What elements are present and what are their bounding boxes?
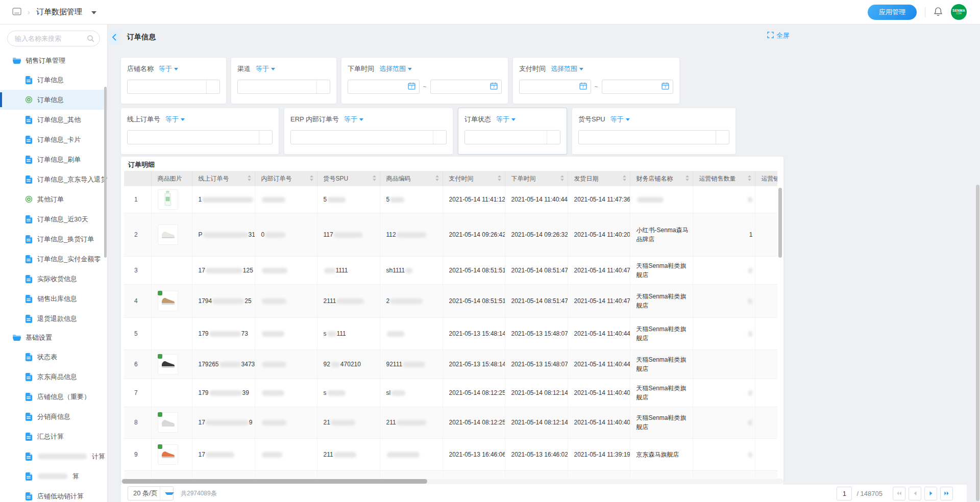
filter-operator[interactable]: 选择范围 bbox=[379, 64, 412, 73]
date-input[interactable]: 7 bbox=[430, 80, 502, 94]
column-header-内部订单号[interactable]: 内部订单号 bbox=[255, 171, 317, 186]
sort-icon[interactable] bbox=[747, 174, 752, 183]
sidebar-item[interactable]: 订单信息_近30天 bbox=[0, 209, 107, 229]
sidebar-item[interactable]: 订单信息_实付金额零 bbox=[0, 249, 107, 269]
sidebar-item[interactable]: 退货退款信息 bbox=[0, 309, 107, 329]
back-button[interactable] bbox=[109, 31, 119, 44]
sidebar-item[interactable]: 汇总计算 bbox=[0, 426, 107, 446]
sales-amount-cell bbox=[755, 256, 777, 284]
filter-select[interactable] bbox=[578, 130, 729, 144]
sort-icon[interactable] bbox=[247, 174, 252, 183]
table-row[interactable]: 9172112021-05-13 16:46:062021-05-13 16:4… bbox=[124, 438, 777, 470]
sidebar-item[interactable]: 订单信息_刷单 bbox=[0, 149, 107, 169]
sort-icon[interactable] bbox=[309, 174, 314, 183]
avatar[interactable]: SENMA COM bbox=[951, 4, 967, 20]
product-image[interactable] bbox=[158, 354, 178, 374]
last-page-button[interactable] bbox=[940, 487, 953, 500]
sidebar-item[interactable]: 订单信息_换货订单 bbox=[0, 229, 107, 249]
table-row[interactable]: 8179212112021-05-14 08:12:252021-05-14 0… bbox=[124, 407, 777, 438]
product-image[interactable] bbox=[158, 189, 178, 210]
sidebar-item[interactable]: 分销商信息 bbox=[0, 407, 107, 426]
filter-select[interactable] bbox=[127, 80, 220, 94]
sort-icon[interactable] bbox=[685, 174, 690, 183]
product-image[interactable] bbox=[158, 224, 178, 245]
product-image[interactable] bbox=[158, 444, 178, 465]
column-header-财务店铺名称[interactable]: 财务店铺名称 bbox=[630, 171, 693, 186]
spu-cell: 2111 bbox=[317, 284, 380, 317]
product-image[interactable] bbox=[158, 291, 178, 311]
column-header-运营销售金额[interactable]: 运营销售金额 bbox=[755, 171, 777, 186]
filter-label: 渠道 bbox=[237, 64, 251, 73]
sidebar-item[interactable]: 订单信息_其他 bbox=[0, 110, 107, 130]
sidebar-item[interactable]: 状态表 bbox=[0, 347, 107, 367]
sidebar-item[interactable]: 京东商品信息 bbox=[0, 367, 107, 387]
table-row[interactable]: 6179265347392470210921112021-05-13 15:48… bbox=[124, 349, 777, 379]
sort-icon[interactable] bbox=[372, 174, 377, 183]
date-input[interactable]: 7 bbox=[602, 80, 674, 94]
sidebar-item[interactable]: 店铺低动销计算 bbox=[0, 486, 107, 502]
filter-operator[interactable]: 等于 bbox=[496, 115, 516, 124]
sidebar-scrollbar[interactable] bbox=[104, 87, 107, 258]
product-image[interactable] bbox=[158, 412, 178, 433]
column-header-发货日期[interactable]: 发货日期 bbox=[568, 171, 630, 186]
current-page-input[interactable] bbox=[837, 487, 852, 500]
table-row[interactable]: 11552021-05-14 11:41:122021-05-14 11:40:… bbox=[124, 186, 777, 213]
filter-operator[interactable]: 等于 bbox=[165, 115, 185, 124]
table-row[interactable]: 517973s1112021-05-13 15:48:142021-05-13 … bbox=[124, 317, 777, 349]
column-header-下单时间[interactable]: 下单时间 bbox=[505, 171, 568, 186]
sidebar-item[interactable]: 订单信息 bbox=[0, 90, 107, 110]
sidebar-group-1[interactable]: 销售订单管理 bbox=[0, 52, 107, 70]
sidebar-item[interactable]: 计算 bbox=[0, 446, 107, 466]
sidebar-item[interactable]: 订单信息_卡片 bbox=[0, 130, 107, 149]
search-input[interactable] bbox=[7, 31, 100, 46]
sidebar-item[interactable]: 算 bbox=[0, 466, 107, 486]
bell-icon[interactable] bbox=[934, 7, 943, 18]
filter-operator[interactable]: 等于 bbox=[159, 64, 178, 73]
column-header-货号SPU[interactable]: 货号SPU bbox=[317, 171, 380, 186]
table-row[interactable]: 717939ssl2021-05-14 08:12:252021-05-14 0… bbox=[124, 379, 777, 407]
spu-cell: 5 bbox=[317, 186, 380, 213]
filter-operator[interactable]: 等于 bbox=[256, 64, 275, 73]
sort-icon[interactable] bbox=[622, 174, 627, 183]
fullscreen-button[interactable]: 全屏 bbox=[767, 31, 790, 40]
sidebar-item[interactable]: 订单信息_京东导入退货 bbox=[0, 169, 107, 189]
table-row[interactable]: 4179425211122021-05-14 08:51:512021-05-1… bbox=[124, 284, 777, 317]
column-header-运营销售数量[interactable]: 运营销售数量 bbox=[693, 171, 755, 186]
column-header-商品编码[interactable]: 商品编码 bbox=[380, 171, 443, 186]
filter-select[interactable] bbox=[237, 80, 330, 94]
sort-icon[interactable] bbox=[435, 174, 439, 183]
sidebar-item[interactable]: 店铺信息（重要） bbox=[0, 387, 107, 407]
first-page-button[interactable] bbox=[893, 487, 905, 500]
spu-cell: 211 bbox=[317, 438, 380, 470]
previous-page-button[interactable] bbox=[909, 487, 921, 500]
filter-select[interactable] bbox=[127, 130, 273, 144]
filter-select[interactable] bbox=[290, 130, 447, 144]
column-header-线上订单号[interactable]: 线上订单号 bbox=[192, 171, 255, 186]
table-row[interactable] bbox=[124, 470, 777, 478]
table-row[interactable]: 2P3101171122021-05-14 09:26:422021-05-14… bbox=[124, 213, 777, 256]
sort-icon[interactable] bbox=[497, 174, 502, 183]
sidebar-item[interactable]: 销售出库信息 bbox=[0, 289, 107, 309]
table-horizontal-scrollbar[interactable] bbox=[122, 479, 427, 484]
filter-body: 7~7 bbox=[519, 80, 673, 94]
table-vertical-scrollbar[interactable] bbox=[778, 188, 782, 258]
sidebar-group-2[interactable]: 基础设置 bbox=[0, 329, 107, 347]
app-manage-button[interactable]: 应用管理 bbox=[868, 5, 917, 20]
table-row[interactable]: 3171251111sh11112021-05-14 08:51:512021-… bbox=[124, 256, 777, 284]
sidebar-item[interactable]: 其他订单 bbox=[0, 189, 107, 209]
filter-operator[interactable]: 等于 bbox=[610, 115, 630, 124]
window-icon[interactable] bbox=[12, 8, 21, 17]
date-input[interactable]: 7 bbox=[519, 80, 591, 94]
page-size-select[interactable]: 20 条/页 bbox=[128, 486, 174, 500]
date-input[interactable]: 7 bbox=[348, 80, 420, 94]
sort-icon[interactable] bbox=[560, 174, 565, 183]
sidebar-item[interactable]: 订单信息 bbox=[0, 70, 107, 90]
filter-operator[interactable]: 等于 bbox=[344, 115, 363, 124]
title-dropdown[interactable] bbox=[88, 8, 96, 16]
column-header-支付时间[interactable]: 支付时间 bbox=[443, 171, 505, 186]
filter-operator[interactable]: 选择范围 bbox=[551, 64, 583, 73]
next-page-button[interactable] bbox=[924, 487, 937, 500]
sidebar-item[interactable]: 实际收货信息 bbox=[0, 269, 107, 289]
window-scrollbar[interactable] bbox=[976, 185, 979, 501]
filter-select[interactable] bbox=[464, 130, 560, 144]
